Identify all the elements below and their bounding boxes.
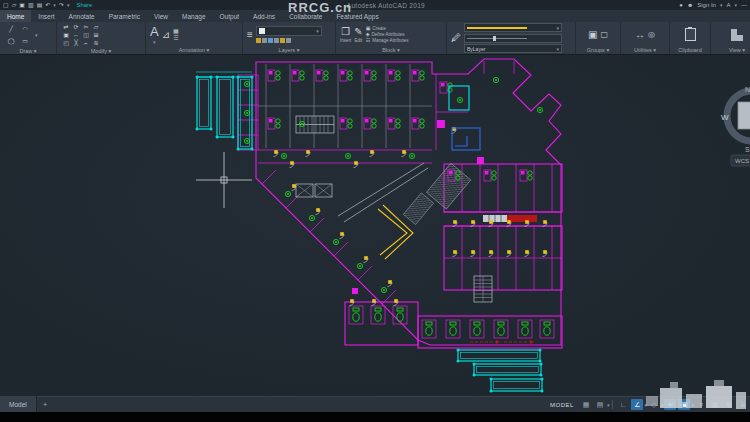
viewcube[interactable]: W N S WCS ▾ <box>721 86 750 166</box>
edit-block-button[interactable]: ✎ Edit <box>354 27 362 43</box>
transparency-slider[interactable] <box>464 34 562 43</box>
paste-icon[interactable] <box>685 28 696 41</box>
watermark-logo <box>642 380 750 412</box>
fillet-tool-icon[interactable]: ◫ <box>83 32 89 38</box>
layer-tool-icon[interactable] <box>262 38 267 43</box>
line-tool-icon[interactable]: ╱ <box>9 26 13 32</box>
model-space-label[interactable]: MODEL <box>550 402 574 408</box>
tab-manage[interactable]: Manage <box>175 10 213 22</box>
scale-tool-icon[interactable]: ◰ <box>63 40 69 46</box>
erase-tool-icon[interactable]: ╳ <box>74 40 78 46</box>
redo-caret-icon[interactable]: ▾ <box>67 2 70 8</box>
autodesk-app-icon[interactable]: A <box>726 2 730 8</box>
title-bar: ▢ ▱ ▣ ▥ ▤ ↶ ▾ ↷ ▾ Share Autodesk AutoCAD… <box>0 0 750 10</box>
copy-tool-icon[interactable]: ▣ <box>63 32 69 38</box>
circle-tool-icon[interactable]: ◯ <box>8 38 15 44</box>
sign-in-caret-icon[interactable]: ▾ <box>720 2 723 8</box>
create-block-button[interactable]: ▣ Create <box>366 26 409 31</box>
save-as-icon[interactable]: ▥ <box>28 2 34 8</box>
redo-icon[interactable]: ↷ <box>59 2 64 8</box>
text-caret-icon[interactable]: ▾ <box>153 39 156 45</box>
insert-block-button[interactable]: ❒ Insert <box>340 27 351 43</box>
save-icon[interactable]: ▣ <box>19 2 25 8</box>
manage-attributes-button[interactable]: ☷ Manage Attributes <box>366 38 409 43</box>
move-tool-icon[interactable]: ⇄ <box>63 24 68 30</box>
leader-tool-icon[interactable]: ☰ <box>173 35 178 41</box>
base-view-icon[interactable] <box>731 29 743 41</box>
app-caret-icon[interactable]: ▾ <box>734 2 737 8</box>
ribbon-tab-row: Home Insert Annotate Parametric View Man… <box>0 10 750 22</box>
text-tool-icon[interactable]: A <box>150 25 159 38</box>
table-tool-icon[interactable]: ▦ <box>173 28 179 34</box>
define-attributes-button[interactable]: ◈ Define Attributes <box>366 32 409 37</box>
stretch-tool-icon[interactable]: ↔ <box>73 32 79 38</box>
ungroup-icon[interactable]: ▢ <box>600 31 608 39</box>
status-bar: Model + MODEL ▦ ▤ ▾ ∟ ∠ ▾ ◇ ▾ ✛ ▣ ▾ ≡ ▩ … <box>0 396 750 412</box>
layer-tool-icon[interactable] <box>286 38 291 43</box>
tab-output[interactable]: Output <box>213 10 247 22</box>
panel-label-block[interactable]: Block ▾ <box>336 47 446 54</box>
linetype-dropdown[interactable]: ByLayer ▾ <box>464 44 562 53</box>
slider-handle[interactable] <box>493 36 496 41</box>
draw-flyout-caret-icon[interactable]: ▾ <box>35 32 38 38</box>
minimize-button[interactable]: — <box>741 2 747 8</box>
measure-icon[interactable]: ↔ <box>635 30 645 40</box>
layer-properties-icon[interactable]: ≡ <box>247 30 253 40</box>
arc-tool-icon[interactable]: ◠ <box>22 26 27 32</box>
letterbox-strip <box>0 412 750 422</box>
tab-view[interactable]: View <box>147 10 175 22</box>
panel-label-groups[interactable]: Groups ▾ <box>576 47 620 54</box>
user-icon[interactable]: ☻ <box>687 2 693 8</box>
rotate-tool-icon[interactable]: ⟳ <box>73 24 78 30</box>
layer-dropdown[interactable]: ▾ <box>256 26 322 36</box>
panel-label-draw[interactable]: Draw ▾ <box>0 48 56 55</box>
sign-in-label[interactable]: Sign In <box>697 2 716 8</box>
share-button[interactable]: Share <box>76 2 92 8</box>
tab-add-ins[interactable]: Add-ins <box>246 10 282 22</box>
tab-parametric[interactable]: Parametric <box>102 10 147 22</box>
walls-layer <box>238 59 562 348</box>
panel-label-view[interactable]: View ▾ <box>711 47 750 54</box>
layer-dropdown-caret-icon: ▾ <box>316 28 319 34</box>
array-tool-icon[interactable]: ⊞ <box>93 32 98 38</box>
explode-tool-icon[interactable]: ≋ <box>93 40 98 46</box>
snap-mode-toggle[interactable]: ▤ <box>594 399 606 410</box>
trim-tool-icon[interactable]: ✂ <box>83 24 88 30</box>
layer-tool-icon[interactable] <box>280 38 285 43</box>
help-sphere-icon[interactable]: ● <box>679 2 683 8</box>
drawing-canvas[interactable]: W N S WCS ▾ <box>0 55 750 396</box>
panel-label-clipboard[interactable]: Clipboard <box>670 47 710 54</box>
group-icon[interactable]: ▣ <box>588 30 597 40</box>
panel-label-annotation[interactable]: Annotation ▾ <box>146 47 242 54</box>
quick-select-icon[interactable]: ◎ <box>648 31 655 39</box>
tab-home[interactable]: Home <box>0 10 31 22</box>
snap-caret-icon[interactable]: ▾ <box>607 402 610 408</box>
offset-tool-icon[interactable]: ⌐ <box>84 40 88 46</box>
undo-caret-icon[interactable]: ▾ <box>53 2 56 8</box>
tab-annotate[interactable]: Annotate <box>62 10 102 22</box>
floor-plan-drawing: W N S WCS ▾ <box>0 55 750 396</box>
layer-tool-icon[interactable] <box>274 38 279 43</box>
panel-annotation: A ▾ ⊿ ▦ ☰ Annotation ▾ <box>146 22 243 54</box>
panel-label-layers[interactable]: Layers ▾ <box>243 47 335 54</box>
ortho-mode-toggle[interactable]: ∟ <box>617 399 629 410</box>
new-drawing-icon[interactable]: ▢ <box>3 2 9 8</box>
model-layout-tab[interactable]: Model <box>0 396 37 413</box>
layer-tool-icon[interactable] <box>268 38 273 43</box>
linetype-value: ByLayer <box>467 46 485 52</box>
panel-clipboard: Clipboard <box>670 22 711 54</box>
tab-insert[interactable]: Insert <box>31 10 61 22</box>
plot-icon[interactable]: ▤ <box>37 2 43 8</box>
layer-tool-icon[interactable] <box>256 38 261 43</box>
new-layout-button[interactable]: + <box>37 400 54 409</box>
rectangle-tool-icon[interactable]: ▭ <box>22 38 28 44</box>
grid-display-toggle[interactable]: ▦ <box>580 399 592 410</box>
dimension-tool-icon[interactable]: ⊿ <box>162 30 170 40</box>
panel-label-modify[interactable]: Modify ▾ <box>57 48 145 55</box>
match-properties-icon[interactable]: 🖉 <box>451 33 461 43</box>
mirror-tool-icon[interactable]: ▱ <box>94 24 99 30</box>
panel-label-utilities[interactable]: Utilities ▾ <box>621 47 669 54</box>
open-icon[interactable]: ▱ <box>12 2 17 8</box>
undo-icon[interactable]: ↶ <box>45 2 50 8</box>
object-color-dropdown[interactable]: ▾ <box>464 23 562 32</box>
